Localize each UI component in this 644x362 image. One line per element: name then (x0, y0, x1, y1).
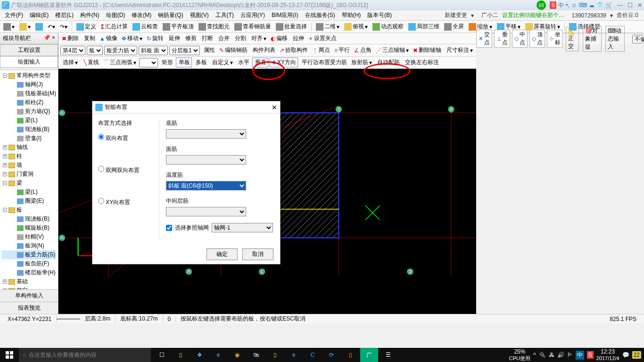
define-button[interactable]: 定义 (75, 22, 98, 31)
ime-smile[interactable]: ☺ (571, 2, 577, 8)
snap-midpoint[interactable]: ◇中点 (512, 30, 528, 48)
cloudcheck-button[interactable]: 云检查 (131, 22, 159, 31)
app4-icon[interactable]: C (304, 348, 322, 362)
menu-component[interactable]: 构件(N) (77, 10, 102, 20)
app1-icon[interactable]: ❖ (190, 348, 208, 362)
store-icon[interactable]: 🛍 (247, 348, 265, 362)
app3-icon[interactable]: ▯ (266, 348, 284, 362)
tree-node[interactable]: 框柱(Z) (2, 98, 56, 107)
style-select[interactable] (139, 58, 158, 67)
mid-rebar-select[interactable] (166, 207, 246, 216)
find-button[interactable]: 查找图元 (197, 22, 231, 31)
ime-cloud[interactable]: ☁ (589, 2, 594, 8)
tray-notify-icon[interactable]: 💬 (622, 352, 629, 358)
snap-vertex[interactable]: ◇顶点 (529, 30, 545, 48)
sum-button[interactable]: Σ汇总计算 (99, 22, 129, 31)
angle-button[interactable]: ∠点角 (353, 46, 373, 55)
tree-node[interactable]: 板负筋(F) (2, 259, 56, 268)
tree-node[interactable]: −常用构件类型 (2, 71, 56, 80)
vert-button[interactable]: 垂直 (252, 58, 268, 67)
split-button[interactable]: 分割 (232, 34, 248, 43)
tray-flag-icon[interactable]: 🏳 (567, 352, 573, 358)
top-rebar-select[interactable] (166, 155, 246, 165)
ref-axis-checkbox[interactable] (166, 225, 172, 231)
cancel-button[interactable]: 取消 (242, 248, 273, 260)
menu-floor[interactable]: 楼层(L) (52, 10, 76, 20)
tab-single-input[interactable]: 单构件输入 (0, 289, 58, 302)
horiz-button[interactable]: 水平 (236, 58, 251, 67)
two-point-button[interactable]: ⋮两点 (311, 46, 331, 55)
multi-board-button[interactable]: 多板 (193, 58, 208, 67)
close-button[interactable]: ✕ (637, 2, 642, 8)
tree-node[interactable]: 梁(L) (2, 116, 56, 125)
rect-tool[interactable]: 矩形 (159, 58, 174, 67)
tray-up-icon[interactable]: ^ (533, 352, 536, 358)
swap-dim-button[interactable]: 交换左右标注 (403, 58, 440, 67)
view-rebar-button[interactable]: 查看钢筋量 (233, 22, 272, 31)
expander-icon[interactable]: − (3, 208, 7, 212)
top-view-button[interactable]: 俯视▾ (343, 22, 369, 31)
delete-button[interactable]: ✖删除 (60, 34, 80, 43)
tree-node[interactable]: +轴线 (2, 143, 56, 152)
panel-pin-icon[interactable]: 📌 × (43, 34, 55, 42)
parallel-rebar-button[interactable]: 平行边布置受力筋 (299, 58, 348, 67)
break-button[interactable]: 打断 (199, 34, 215, 43)
offset-button[interactable]: ◐偏移 (269, 34, 289, 43)
expander-icon[interactable]: + (3, 172, 7, 176)
ime-kbd[interactable]: ⌨ (579, 2, 587, 8)
menu-cloud[interactable]: 云应用(Y) (238, 10, 268, 20)
osnap-button[interactable]: 🎯对象捕捉 (583, 26, 602, 52)
align-button[interactable]: 对齐▾ (249, 34, 268, 43)
menu-online[interactable]: 在线服务(S) (302, 10, 338, 20)
trim-button[interactable]: 修剪 (183, 34, 198, 43)
user-label[interactable]: 广小二 (481, 11, 498, 19)
copy-button[interactable]: 复制 (82, 34, 97, 43)
tree-node[interactable]: 柱帽(V) (2, 232, 56, 241)
custom-button[interactable]: 自定义▾ (210, 58, 234, 67)
stretch-button[interactable]: 拉伸 (290, 34, 305, 43)
tray-power-icon[interactable]: 🔌 (539, 352, 546, 358)
menu-rebar[interactable]: 钢筋量(Q) (155, 10, 186, 20)
tree-node[interactable]: 楼层板带(H) (2, 268, 56, 277)
tree-node[interactable]: −板 (2, 206, 56, 214)
tree-node[interactable]: 螺旋板(B) (2, 223, 56, 232)
auto-rebar-button[interactable]: 自动配筋 (375, 58, 401, 67)
app6-icon[interactable]: ▯ (341, 348, 359, 362)
slope-select[interactable]: 斜板 面 (139, 46, 168, 55)
component-select[interactable]: 板 (87, 46, 103, 55)
expander-icon[interactable]: − (3, 181, 7, 185)
tree-node[interactable]: +柱 (2, 152, 56, 161)
align-top-button[interactable]: 平齐板顶 (161, 22, 195, 31)
arc-tool[interactable]: ⌒三点画弧▾ (102, 58, 138, 67)
rotate-button[interactable]: ↻旋转 (145, 34, 165, 43)
single-board-button[interactable]: 单板 (176, 58, 192, 67)
tree-node[interactable]: 圈梁(E) (2, 197, 56, 206)
tree-node[interactable]: +其它 (2, 286, 56, 289)
maximize-button[interactable]: ☐ (627, 2, 633, 8)
expander-icon[interactable]: − (3, 74, 7, 78)
notify-badge[interactable]: 68 (537, 0, 546, 10)
menu-tool[interactable]: 工具(T) (213, 10, 237, 20)
menu-bim[interactable]: BIM应用(I) (269, 10, 301, 20)
radial-rebar-button[interactable]: 放射筋▾ (350, 58, 373, 67)
dialog-close-button[interactable]: ✕ (272, 104, 277, 111)
parallel-button[interactable]: ≡平行 (333, 46, 351, 55)
ortho-button[interactable]: 📐正交 (566, 27, 579, 51)
radio-xy[interactable]: XY向布置 (98, 198, 154, 206)
2d-button[interactable]: 二维▾ (314, 22, 341, 31)
ime-shirt[interactable]: 👕 (596, 2, 603, 8)
expander-icon[interactable]: + (3, 163, 7, 167)
set-grip-button[interactable]: ✦设置夹点 (307, 34, 338, 43)
start-button[interactable] (0, 348, 19, 362)
expander-icon[interactable]: + (3, 145, 7, 149)
tray-net-icon[interactable]: 🖧 (549, 352, 554, 358)
attribute-button[interactable]: 属性 (201, 46, 216, 55)
menu-modify[interactable]: 修改(M) (129, 10, 154, 20)
tree-node[interactable]: 筏板基础(M) (2, 89, 56, 98)
ime-cart[interactable]: 🛒 (605, 2, 612, 8)
tree-node[interactable]: 板洞(N) (2, 241, 56, 250)
expander-icon[interactable]: + (3, 280, 7, 284)
offset-select[interactable]: 不偏移 (632, 35, 644, 43)
temp-rebar-select[interactable]: 斜板 面(C6@150) (166, 181, 246, 190)
split-select[interactable]: 分层板1 (169, 46, 200, 55)
